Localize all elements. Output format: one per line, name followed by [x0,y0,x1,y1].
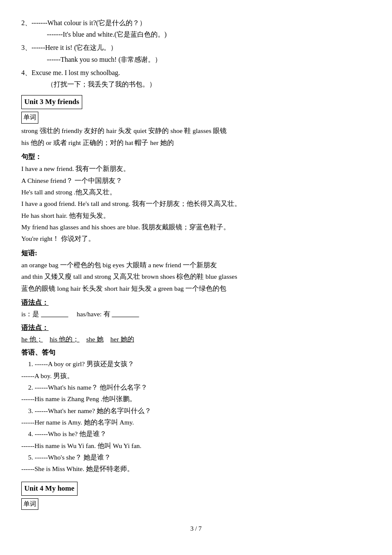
item-2-line2: -------It's blue and white.(它是蓝白色的。) [47,29,371,40]
answer-1: 1. ------A boy or girl? 男孩还是女孩？ ------A … [21,358,371,382]
grammar1-content: is：是 has/have: 有 [21,309,371,320]
item-3: 3、------Here it is! (它在这儿。） ------Thank … [21,42,371,65]
grammar1-title: 语法点： [21,299,49,306]
unit3-vocab-label: 单词 [21,112,38,124]
unit3-vocab-line1: strong 强壮的 friendly 友好的 hair 头发 quiet 安静… [21,125,371,136]
sentence-4: I have a good friend. He's tall and stro… [21,198,371,209]
answer-5-q: 5. ------Who's she？ 她是谁？ [21,452,371,463]
item-2-line1: 2、-------What colour is it?(它是什么的？） [21,17,371,29]
page-footer: 3 / 7 [21,523,371,535]
phrases-line1: an orange bag 一个橙色的包 big eyes 大眼睛 a new … [21,260,371,271]
grammar2-title: 语法点： [21,324,49,331]
top-section: 2、-------What colour is it?(它是什么的？） ----… [21,17,371,90]
item-3-line1: 3、------Here it is! (它在这儿。） [21,42,371,53]
sentence-1: I have a new friend. 我有一个新朋友。 [21,163,371,174]
item-4: 4、Excuse me. I lost my schoolbag. （打扰一下；… [21,67,371,90]
answers-container: 1. ------A boy or girl? 男孩还是女孩？ ------A … [21,358,371,474]
answer-4-q: 4. ------Who is he? 他是谁？ [21,428,371,439]
answer-1-q: 1. ------A boy or girl? 男孩还是女孩？ [21,358,371,370]
unit3-vocab-line2: his 他的 or 或者 right 正确的；对的 hat 帽子 her 她的 [21,137,371,148]
phrases-line3: 蓝色的眼镜 long hair 长头发 short hair 短头发 a gre… [21,283,371,294]
phrases-title: 短语: [21,247,371,259]
sentence-5: He has short hair. 他有短头发。 [21,210,371,221]
sentence-6: My friend has glasses and his shoes are … [21,222,371,233]
item-2: 2、-------What colour is it?(它是什么的？） ----… [21,17,371,40]
answers-title: 答语、答句 [21,347,371,358]
answer-4: 4. ------Who is he? 他是谁？ ------His name … [21,428,371,451]
item-4-line1: 4、Excuse me. I lost my schoolbag. [21,67,371,78]
unit3-header-container: Unit 3 My friends [21,92,371,110]
item-3-line2: ------Thank you so much! (非常感谢。） [47,54,371,65]
answer-4-a: ------His name is Wu Yi fan. 他叫 Wu Yi fa… [21,440,371,451]
sentence-title: 句型： [21,151,371,162]
grammar2-content: he 他； his 他的； she 她 her 她的 [21,334,371,345]
item-4-line2: （打扰一下；我丢失了我的书包。） [47,78,371,90]
unit3-vocab-label-container: 单词 [21,111,371,124]
answer-3-a: ------Her name is Amy. 她的名字叫 Amy. [21,417,371,428]
unit4-vocab-label: 单词 [21,498,38,510]
answer-5-a: ------She is Miss White. 她是怀特老师。 [21,463,371,474]
sentence-7: You're right！ 你说对了。 [21,233,371,244]
sentences-container: I have a new friend. 我有一个新朋友。 A Chinese … [21,163,371,244]
answer-1-a: ------A boy. 男孩。 [21,370,371,382]
phrases-line2: and thin 又矮又瘦 tall and strong 又高又壮 brown… [21,271,371,282]
unit4-vocab-label-container: 单词 [21,497,371,511]
sentence-3: He's tall and strong .他又高又壮。 [21,187,371,198]
unit4-header: Unit 4 My home [21,482,78,496]
answer-3: 3. ------What's her name? 她的名字叫什么？ -----… [21,405,371,428]
answer-2: 2. ------What's his name？ 他叫什么名字？ ------… [21,382,371,405]
sentence-2: A Chinese friend？ 一个中国朋友？ [21,175,371,186]
grammar1-container: 语法点： is：是 has/have: 有 [21,297,371,320]
grammar2-container: 语法点： he 他； his 他的； she 她 her 她的 [21,322,371,345]
answer-5: 5. ------Who's she？ 她是谁？ ------She is Mi… [21,452,371,475]
unit3-header: Unit 3 My friends [21,95,82,109]
answer-3-q: 3. ------What's her name? 她的名字叫什么？ [21,405,371,416]
answer-2-a: ------His name is Zhang Peng .他叫张鹏。 [21,393,371,405]
answer-2-q: 2. ------What's his name？ 他叫什么名字？ [21,382,371,393]
answers-title-text: 答语、答句 [21,349,55,356]
unit4-header-container: Unit 4 My home [21,479,371,497]
